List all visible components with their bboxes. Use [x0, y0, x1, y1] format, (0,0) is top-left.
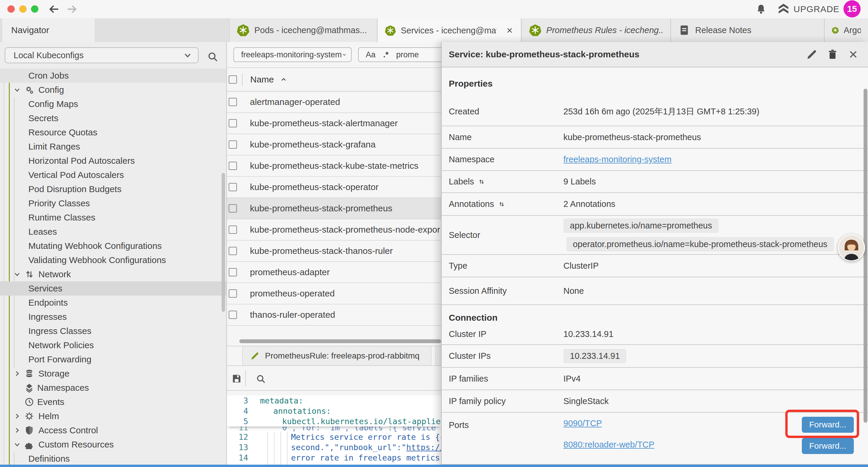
sidebar-item-runtime-classes[interactable]: Runtime Classes — [0, 210, 227, 225]
sidebar-item-network[interactable]: Network — [0, 267, 227, 282]
sidebar-item-pod-disruption-budgets[interactable]: Pod Disruption Budgets — [0, 182, 227, 196]
sort-ascending-icon[interactable] — [279, 75, 288, 84]
search-icon[interactable] — [207, 51, 219, 63]
table-row[interactable]: prometheus-operated — [227, 283, 441, 304]
selector-chip[interactable]: app.kubernetes.io/name=prometheus — [563, 218, 718, 233]
navigator-panel-tab[interactable]: Navigator — [2, 18, 95, 42]
tab-pods[interactable]: Pods - icecheng@mathmas... — [229, 18, 377, 42]
editor-tab-prometheusrule[interactable]: PrometheusRule: freeleaps-prod-rabbitmq — [242, 346, 431, 365]
row-checkbox[interactable] — [229, 98, 237, 106]
port-link[interactable]: 9090/TCP — [563, 418, 602, 428]
sidebar-item-custom-resources[interactable]: Custom Resources — [0, 437, 227, 451]
horizontal-scrollbar[interactable] — [239, 339, 441, 343]
sidebar-item-resource-quotas[interactable]: Resource Quotas — [0, 125, 227, 140]
detail-scrollbar[interactable] — [864, 89, 867, 423]
forward-port-button[interactable]: Forward... — [802, 438, 854, 454]
yaml-editor[interactable]: 3metadata: 4annotations: 5kubectl.kubern… — [227, 396, 441, 467]
row-checkbox[interactable] — [229, 268, 237, 276]
sidebar-item-services[interactable]: Services — [0, 282, 227, 296]
row-checkbox[interactable] — [229, 226, 237, 234]
sidebar-item-port-forwarding[interactable]: Port Forwarding — [0, 352, 227, 367]
sidebar-item-limit-ranges[interactable]: Limit Ranges — [0, 140, 227, 154]
upgrade-button[interactable]: UPGRADE — [794, 4, 839, 14]
port-link[interactable]: 8080:reloader-web/TCP — [563, 440, 654, 449]
table-row[interactable]: alertmanager-operated — [227, 92, 441, 113]
notification-count-badge[interactable]: 15 — [843, 0, 861, 18]
forward-arrow-icon[interactable] — [66, 3, 78, 16]
sidebar-item-ingresses[interactable]: Ingresses — [0, 310, 227, 324]
row-checkbox[interactable] — [229, 183, 237, 191]
row-checkbox[interactable] — [229, 204, 237, 212]
table-row-selected[interactable]: kube-prometheus-stack-prometheus — [227, 198, 441, 219]
back-arrow-icon[interactable] — [48, 3, 60, 16]
edit-pencil-icon[interactable] — [806, 49, 818, 60]
table-row[interactable]: kube-prometheus-stack-grafana — [227, 134, 441, 155]
table-row[interactable]: thanos-ruler-operated — [227, 304, 441, 326]
table-row[interactable]: kube-prometheus-stack-operator — [227, 177, 441, 198]
name-column-header[interactable]: Name — [250, 75, 274, 85]
window-zoom-button[interactable] — [31, 5, 38, 13]
annotations-count[interactable]: 2 Annotations — [563, 199, 615, 209]
sidebar-item-horizontal-pod-autoscalers[interactable]: Horizontal Pod Autoscalers — [0, 154, 227, 168]
table-search-input[interactable]: Aa .* prome — [358, 47, 441, 62]
namespace-link[interactable]: freeleaps-monitoring-system — [563, 154, 672, 164]
sidebar-item-namespaces[interactable]: Namespaces — [0, 381, 227, 395]
search-icon[interactable] — [255, 374, 266, 384]
select-all-checkbox[interactable] — [229, 76, 237, 84]
save-icon[interactable] — [231, 373, 242, 384]
chevron-right-icon — [13, 426, 21, 435]
row-checkbox[interactable] — [229, 140, 237, 149]
row-checkbox[interactable] — [229, 162, 237, 170]
upgrade-chevrons-icon[interactable] — [777, 3, 790, 16]
sidebar-item-cron-jobs[interactable]: Cron Jobs — [0, 68, 227, 83]
regex-toggle[interactable]: .* — [383, 50, 389, 59]
close-icon[interactable] — [847, 49, 859, 60]
selector-chip[interactable]: operator.prometheus.io/name=kube-prometh… — [566, 237, 834, 252]
match-case-toggle[interactable]: Aa — [366, 50, 375, 59]
namespace-filter-dropdown[interactable]: freeleaps-monitoring-system — [234, 47, 351, 62]
row-checkbox[interactable] — [229, 119, 237, 127]
tab-prometheus-rules[interactable]: Prometheus Rules - icecheng... — [522, 18, 671, 42]
tab-release-notes[interactable]: Release Notes — [671, 18, 824, 42]
cluster-ips-chip[interactable]: 10.233.14.91 — [563, 349, 626, 363]
sidebar-item-storage[interactable]: Storage — [0, 367, 227, 381]
labels-count[interactable]: 9 Labels — [563, 177, 596, 186]
sidebar-item-priority-classes[interactable]: Priority Classes — [0, 196, 227, 210]
sidebar-item-endpoints[interactable]: Endpoints — [0, 296, 227, 310]
table-row[interactable]: kube-prometheus-stack-alertmanager — [227, 113, 441, 134]
table-row[interactable]: kube-prometheus-stack-prometheus-node-ex… — [227, 219, 441, 241]
sidebar-item-validating-webhook-configurations[interactable]: Validating Webhook Configurations — [0, 253, 227, 267]
sort-updown-icon[interactable] — [498, 200, 506, 208]
delete-trash-icon[interactable] — [827, 49, 838, 60]
window-minimize-button[interactable] — [19, 5, 27, 13]
row-checkbox[interactable] — [229, 311, 237, 319]
sidebar-item-definitions[interactable]: Definitions — [0, 451, 227, 466]
window-close-button[interactable] — [7, 5, 15, 13]
sidebar-item-access-control[interactable]: Access Control — [0, 423, 227, 437]
table-row[interactable]: kube-prometheus-stack-kube-state-metrics — [227, 155, 441, 177]
sidebar-item-vertical-pod-autoscalers[interactable]: Vertical Pod Autoscalers — [0, 168, 227, 182]
sidebar-item-config-maps[interactable]: Config Maps — [0, 97, 227, 111]
sort-updown-icon[interactable] — [477, 178, 486, 186]
kubeconfig-selector[interactable]: Local Kubeconfigs — [5, 47, 198, 63]
close-tab-icon[interactable] — [505, 26, 514, 35]
sidebar-item-network-policies[interactable]: Network Policies — [0, 338, 227, 352]
sidebar-scrollbar[interactable] — [222, 173, 225, 312]
sidebar-item-helm[interactable]: Helm — [0, 409, 227, 423]
sidebar-item-mutating-webhook-configurations[interactable]: Mutating Webhook Configurations — [0, 239, 227, 253]
sidebar-item-events[interactable]: Events — [0, 395, 227, 409]
sidebar-item-ingress-classes[interactable]: Ingress Classes — [0, 324, 227, 338]
table-row[interactable]: prometheus-adapter — [227, 262, 441, 283]
services-list-panel: freeleaps-monitoring-system Aa .* prome … — [227, 42, 441, 467]
row-checkbox[interactable] — [229, 247, 237, 255]
sidebar-item-config[interactable]: Config — [0, 83, 227, 97]
notifications-bell-icon[interactable] — [755, 3, 767, 15]
editor-tab-partial[interactable] — [435, 346, 441, 365]
runbook-url-link[interactable]: https://net — [406, 443, 441, 452]
tab-argo[interactable]: Argo Se — [824, 18, 868, 42]
tab-services[interactable]: Services - icecheng@math... — [377, 18, 521, 42]
row-checkbox[interactable] — [229, 289, 237, 298]
table-row[interactable]: kube-prometheus-stack-thanos-ruler — [227, 241, 441, 262]
sidebar-item-leases[interactable]: Leases — [0, 225, 227, 239]
sidebar-item-secrets[interactable]: Secrets — [0, 111, 227, 125]
